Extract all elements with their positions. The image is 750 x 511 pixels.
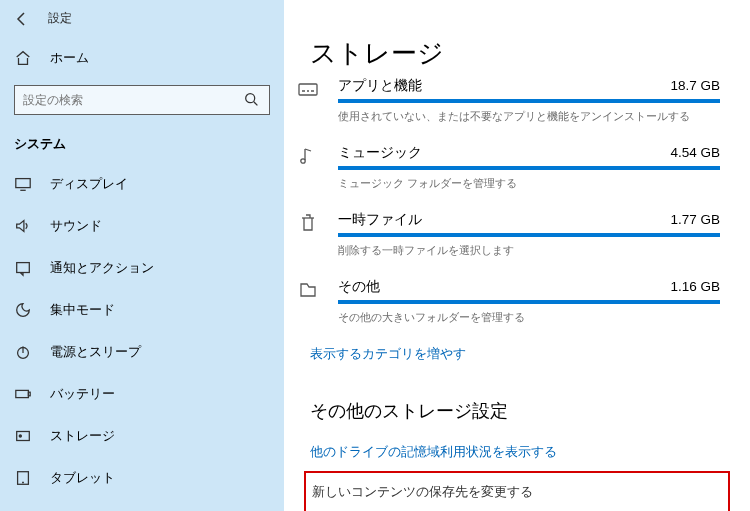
sidebar-item-label: サウンド [50,217,102,235]
focus-icon [14,301,32,319]
main-content: ストレージ アプリと機能 18.7 GB 使用されていない、または不要なアプリと… [284,0,750,511]
sidebar-item-display[interactable]: ディスプレイ [0,163,284,205]
sidebar-section-title: システム [0,129,284,163]
sidebar-item-label: 電源とスリープ [50,343,141,361]
svg-rect-9 [299,84,317,95]
svg-rect-1 [16,179,30,188]
sidebar-item-label: バッテリー [50,385,115,403]
svg-rect-5 [28,392,30,396]
sidebar-item-label: 集中モード [50,301,115,319]
svg-point-0 [246,94,255,103]
sidebar-header: 設定 [0,6,284,39]
sidebar-item-power[interactable]: 電源とスリープ [0,331,284,373]
page-title: ストレージ [284,24,750,77]
storage-bar [338,233,720,237]
storage-row-music[interactable]: ミュージック 4.54 GB ミュージック フォルダーを管理する [284,138,750,205]
sidebar-item-tablet[interactable]: タブレット [0,457,284,499]
sidebar-item-sound[interactable]: サウンド [0,205,284,247]
search-icon [243,91,261,109]
link-change-save-location[interactable]: 新しいコンテンツの保存先を変更する [304,471,730,511]
storage-row-other[interactable]: その他 1.16 GB その他の大きいフォルダーを管理する [284,272,750,339]
storage-bar [338,166,720,170]
svg-rect-4 [16,390,29,397]
svg-rect-2 [17,263,30,273]
sidebar-item-home[interactable]: ホーム [0,39,284,77]
sidebar-item-label: ホーム [50,49,89,67]
storage-desc: 使用されていない、または不要なアプリと機能をアンインストールする [338,109,720,124]
sidebar-item-label: タブレット [50,469,115,487]
storage-name: ミュージック [338,144,422,162]
storage-name: アプリと機能 [338,77,422,95]
sidebar-item-label: 通知とアクション [50,259,154,277]
section-other-storage-settings: その他のストレージ設定 [284,373,750,433]
folder-icon [294,278,322,302]
storage-size: 1.77 GB [670,212,720,227]
storage-name: その他 [338,278,380,296]
search-box[interactable] [14,85,270,115]
storage-row-temp[interactable]: 一時ファイル 1.77 GB 削除する一時ファイルを選択します [284,205,750,272]
svg-point-10 [301,159,305,163]
sidebar-item-storage[interactable]: ストレージ [0,415,284,457]
storage-desc: 削除する一時ファイルを選択します [338,243,720,258]
sidebar-item-label: ストレージ [50,427,115,445]
sidebar-item-focus[interactable]: 集中モード [0,289,284,331]
storage-size: 1.16 GB [670,279,720,294]
storage-name: 一時ファイル [338,211,422,229]
window-title: 設定 [48,10,72,27]
sidebar-item-battery[interactable]: バッテリー [0,373,284,415]
storage-desc: ミュージック フォルダーを管理する [338,176,720,191]
sidebar-item-notifications[interactable]: 通知とアクション [0,247,284,289]
home-icon [14,49,32,67]
trash-icon [294,211,322,235]
storage-size: 18.7 GB [670,78,720,93]
power-icon [14,343,32,361]
sidebar-item-label: ディスプレイ [50,175,128,193]
battery-icon [14,385,32,403]
back-icon[interactable] [14,11,30,27]
storage-row-apps[interactable]: アプリと機能 18.7 GB 使用されていない、または不要なアプリと機能をアンイ… [284,77,750,138]
search-input[interactable] [23,93,243,107]
svg-point-7 [19,435,21,437]
link-other-drives[interactable]: 他のドライブの記憶域利用状況を表示する [284,433,750,465]
music-icon [294,144,322,168]
storage-size: 4.54 GB [670,145,720,160]
storage-icon [14,427,32,445]
link-show-more-categories[interactable]: 表示するカテゴリを増やす [284,339,750,373]
storage-bar [338,300,720,304]
tablet-icon [14,469,32,487]
notification-icon [14,259,32,277]
display-icon [14,175,32,193]
sidebar: 設定 ホーム システム ディスプレイ サウンド 通知とアクション [0,0,284,511]
sound-icon [14,217,32,235]
apps-icon [294,77,322,101]
storage-bar [338,99,720,103]
storage-desc: その他の大きいフォルダーを管理する [338,310,720,325]
